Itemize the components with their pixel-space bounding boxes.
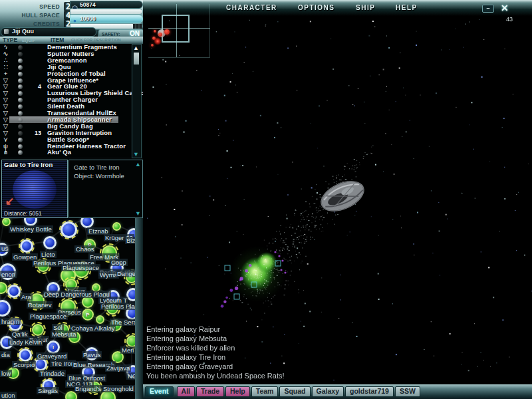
chat-tab-trade[interactable]: Trade xyxy=(196,386,224,397)
map-label[interactable]: hragm xyxy=(0,318,21,325)
chat-tab-all[interactable]: All xyxy=(177,386,195,397)
equip-dot[interactable] xyxy=(18,84,23,89)
equip-dot[interactable] xyxy=(18,124,23,129)
map-label[interactable]: Mebsuta xyxy=(51,331,77,338)
chat-tab-galaxy[interactable]: Galaxy xyxy=(312,386,344,397)
equip-dot[interactable] xyxy=(18,104,23,109)
chat-tab-goldstar719[interactable]: goldstar719 xyxy=(345,386,394,397)
map-label[interactable]: Ara xyxy=(20,293,33,301)
equip-dot[interactable] xyxy=(18,52,23,57)
chat-tab-help[interactable]: Help xyxy=(225,386,250,397)
equip-dot[interactable] xyxy=(18,131,23,136)
menu-item-help[interactable]: HELP xyxy=(396,4,418,11)
map-label[interactable]: Trindade xyxy=(39,370,66,377)
inventory-row[interactable]: ⋔Aku' Qa xyxy=(0,149,143,156)
map-label[interactable]: us xyxy=(0,245,9,252)
info-scroll-up-icon[interactable]: ▲ xyxy=(135,161,141,168)
menu-item-ship[interactable]: SHIP xyxy=(356,4,375,11)
chat-tab-ssw[interactable]: SSW xyxy=(395,386,420,397)
chat-tab-squad[interactable]: Squad xyxy=(279,386,310,397)
equip-dot[interactable] xyxy=(18,59,23,63)
map-node[interactable] xyxy=(43,236,57,249)
map-node[interactable] xyxy=(32,324,44,336)
inventory-scrollbar[interactable]: ▲ ▼ xyxy=(132,44,142,158)
map-label[interactable]: ution xyxy=(0,392,17,399)
map-label[interactable]: Zavijava xyxy=(105,364,131,372)
map-label[interactable]: Sargas xyxy=(37,387,59,394)
chat-tab-team[interactable]: Team xyxy=(251,386,279,397)
equip-dot[interactable] xyxy=(18,65,23,70)
map-label[interactable]: enon xyxy=(0,271,17,278)
inventory-row[interactable]: ψReindeer Harness Tractor xyxy=(0,143,143,150)
equip-dot[interactable] xyxy=(18,98,23,102)
inventory-row[interactable]: ∴Gremcannon xyxy=(0,57,143,64)
equip-dot[interactable] xyxy=(18,138,23,142)
map-node[interactable] xyxy=(80,218,94,228)
chat-tab-bar: EventAllTradeHelpTeamSquadGalaxygoldstar… xyxy=(143,384,532,399)
pilot-icon xyxy=(72,16,78,22)
scroll-up-icon[interactable]: ▲ xyxy=(133,45,139,51)
scroll-down-icon[interactable]: ▼ xyxy=(133,151,139,158)
map-label[interactable]: Lieto xyxy=(40,251,57,258)
map-node[interactable] xyxy=(96,315,104,324)
map-label[interactable]: Qa'lik xyxy=(11,331,29,338)
player-name-bar[interactable]: Jiji Quu xyxy=(1,27,96,37)
target-info-object: Object: Wormhole xyxy=(74,172,124,180)
sidebar: SPEED28HULL SPACE409/409CREDITS242302182… xyxy=(0,0,144,399)
map-label[interactable]: Meri xyxy=(120,346,135,354)
map-node[interactable] xyxy=(112,222,121,231)
equip-dot[interactable] xyxy=(18,118,23,122)
map-node[interactable]: P xyxy=(82,309,94,321)
map-node[interactable] xyxy=(7,285,21,298)
map-node[interactable] xyxy=(0,300,11,317)
player-name: Jiji Quu xyxy=(12,28,34,35)
map-label[interactable]: dia xyxy=(0,351,11,358)
equip-dot[interactable] xyxy=(18,72,23,76)
galaxy-map[interactable]: PP!Whiskey BottleEtznabKrüger 60BizenGow… xyxy=(0,218,143,399)
map-label[interactable]: Rotanev xyxy=(27,301,53,309)
map-node[interactable] xyxy=(20,239,33,253)
equip-dot[interactable] xyxy=(18,91,23,96)
map-node[interactable] xyxy=(61,221,77,238)
equip-dot[interactable] xyxy=(18,111,23,116)
target-info-name: Gate to Tire Iron xyxy=(74,164,120,171)
map-label[interactable]: Brigand's Stronghold xyxy=(74,385,135,392)
map-label[interactable]: Pavus xyxy=(82,351,102,358)
chat-tab-event[interactable]: Event xyxy=(145,386,174,397)
inventory-col-type: TYPE xyxy=(3,37,17,43)
map-label[interactable]: Chaos xyxy=(74,245,95,253)
node-marker-alert: ! xyxy=(49,342,58,352)
close-button[interactable]: ✕ xyxy=(501,3,509,13)
gauge-pilot: 10900 xyxy=(70,15,143,23)
equip-dot[interactable] xyxy=(18,150,23,155)
map-label[interactable]: Perilous Pla xyxy=(100,303,136,310)
equip-dot[interactable] xyxy=(18,144,23,149)
equip-dot[interactable] xyxy=(18,45,23,50)
map-label[interactable]: Plaguespace xyxy=(29,313,68,320)
gauge-bar xyxy=(70,9,143,15)
map-label[interactable]: Graveyard xyxy=(36,352,68,360)
gauge-shield: 50874 xyxy=(70,1,143,9)
map-label[interactable]: Scorpio xyxy=(12,361,36,368)
map-label[interactable]: low xyxy=(0,370,12,377)
equip-dot[interactable] xyxy=(18,78,23,83)
map-label[interactable]: Copp xyxy=(110,259,128,266)
target-scan-panel[interactable]: Gate to Tire Iron ↙ Distance: 5051 xyxy=(1,160,68,218)
inventory-header: TYPE EQUIP ITEM CLICK FOR DESCRIPTION xyxy=(0,37,143,44)
map-label[interactable]: Plaguespace xyxy=(61,264,100,271)
player-ship[interactable] xyxy=(311,168,374,224)
minimize-button[interactable]: – xyxy=(482,5,494,13)
map-node[interactable] xyxy=(2,218,11,226)
chat-message: Entering galaxy Tire Iron xyxy=(146,352,285,362)
scroll-thumb[interactable] xyxy=(134,53,139,65)
map-scroll-strip[interactable] xyxy=(135,218,143,399)
map-label[interactable]: Whiskey Bottle xyxy=(9,225,53,233)
menu-item-character[interactable]: CHARACTER xyxy=(226,4,277,11)
map-node[interactable] xyxy=(19,348,32,362)
info-scroll-down-icon[interactable]: ▼ xyxy=(135,210,141,217)
item-quantity: 13 xyxy=(27,130,41,136)
target-info-panel[interactable]: Gate to Tire Iron Object: Wormhole ▲ ▼ xyxy=(68,160,143,218)
menu-item-options[interactable]: OPTIONS xyxy=(298,4,335,11)
map-label[interactable]: Lady Kelvin xyxy=(8,338,43,346)
chat-message: Entering galaxy Graveyard xyxy=(146,362,285,371)
